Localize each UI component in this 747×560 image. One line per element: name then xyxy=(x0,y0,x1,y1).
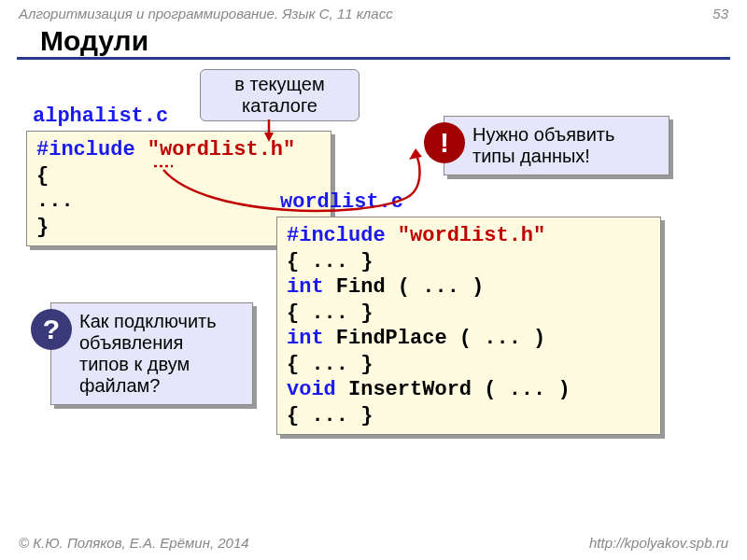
svg-marker-1 xyxy=(409,148,422,160)
page-title: Модули xyxy=(17,23,730,60)
svg-marker-0 xyxy=(264,133,274,142)
copyright: © К.Ю. Поляков, Е.А. Ерёмин, 2014 xyxy=(19,535,249,551)
page-number: 53 xyxy=(712,6,728,21)
content-area: alphalist.c в текущем каталоге #include … xyxy=(0,69,747,498)
course-name: Алгоритмизация и программирование. Язык … xyxy=(19,6,393,21)
header-bar: Алгоритмизация и программирование. Язык … xyxy=(0,0,747,23)
footer-bar: © К.Ю. Поляков, Е.А. Ерёмин, 2014 http:/… xyxy=(0,531,747,554)
footer-url: http://kpolyakov.spb.ru xyxy=(589,535,728,551)
connector-arrows xyxy=(0,69,710,498)
